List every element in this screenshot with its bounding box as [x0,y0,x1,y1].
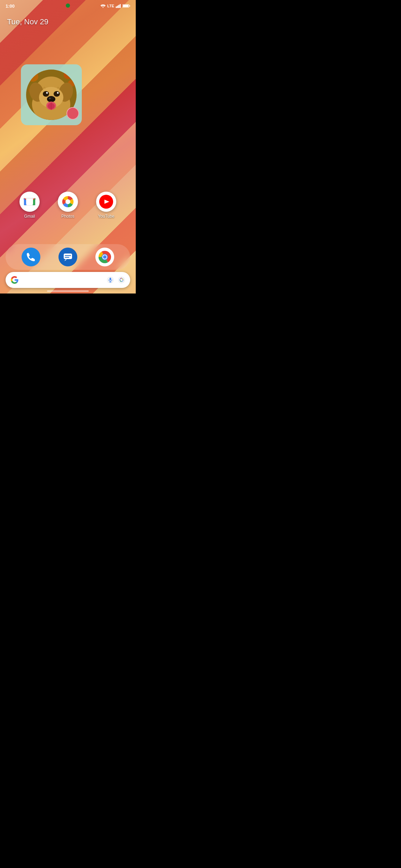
messages-app[interactable] [58,248,77,266]
lte-indicator: LTE [107,4,114,8]
youtube-svg [99,194,113,209]
svg-rect-1 [117,6,118,8]
photos-svg [61,195,75,209]
date-text: Tue, Nov 29 [7,17,48,26]
photo-widget[interactable] [21,64,82,125]
app-row: Gmail Photos You [0,192,136,219]
status-time: 1:00 [6,3,15,9]
svg-point-23 [49,98,51,99]
svg-point-17 [43,91,49,97]
messages-icon [63,252,73,262]
svg-rect-2 [118,5,119,8]
svg-rect-47 [110,278,111,280]
svg-point-19 [46,92,48,94]
svg-rect-6 [123,5,128,7]
svg-rect-39 [64,254,72,259]
wifi-icon [100,4,106,8]
nav-bar [0,289,136,294]
signal-icon [116,4,121,8]
gmail-label: Gmail [24,214,35,219]
search-bar-icons [107,276,125,284]
photos-icon[interactable] [58,192,78,212]
youtube-label: YouTube [98,214,114,219]
svg-point-45 [103,255,107,259]
search-input[interactable] [22,277,107,283]
gmail-icon[interactable] [19,192,40,212]
svg-point-9 [64,71,72,79]
microphone-icon[interactable] [107,276,114,284]
svg-point-8 [28,71,38,82]
status-icons: LTE [100,4,130,8]
phone-app[interactable] [22,248,40,266]
photos-label: Photos [61,214,74,219]
battery-icon [123,4,130,8]
svg-rect-0 [116,7,117,8]
google-g-icon [10,276,19,284]
youtube-app[interactable]: YouTube [96,192,116,219]
lens-icon[interactable] [118,276,125,284]
svg-point-50 [118,276,125,283]
photos-app[interactable]: Photos [58,192,78,219]
youtube-icon[interactable] [96,192,116,212]
date-display: Tue, Nov 29 [7,17,48,26]
chrome-icon [98,250,111,264]
search-bar[interactable] [6,272,130,288]
svg-point-35 [65,199,70,204]
phone-icon [26,252,36,262]
svg-point-20 [57,92,59,94]
chrome-app[interactable] [95,248,114,266]
gmail-svg [23,197,36,207]
nav-pill [47,290,89,292]
svg-rect-5 [129,5,130,6]
svg-point-18 [54,91,60,97]
svg-rect-3 [120,4,121,8]
camera-dot [66,3,70,8]
dock [6,244,130,270]
record-button[interactable] [66,107,79,120]
gmail-app[interactable]: Gmail [19,192,40,219]
